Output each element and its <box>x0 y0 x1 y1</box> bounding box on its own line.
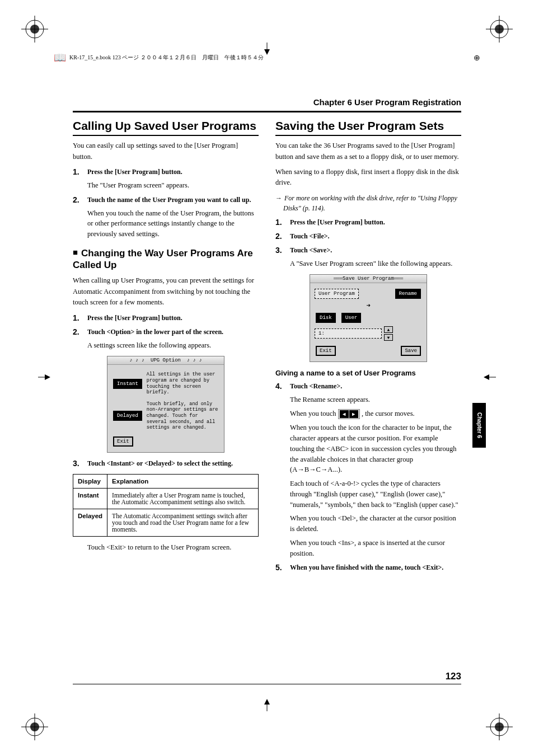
step-item: Press the [User Program] button. <box>73 313 259 323</box>
explain-table: Display Explanation Instant Immediately … <box>73 474 259 537</box>
steps-list: Press the [User Program] button. Touch <… <box>73 313 259 351</box>
table-row: Instant Immediately after a User Program… <box>73 488 259 509</box>
table-cell: Delayed <box>73 509 107 536</box>
up-icon[interactable]: ▲ <box>384 326 393 333</box>
steps-list: Touch <Instant> or <Delayed> to select t… <box>73 458 259 468</box>
crop-mark-icon <box>21 16 48 43</box>
steps-list: Touch <Rename>. The Rename screen appear… <box>275 381 461 572</box>
step-item: Press the [User Program] button. The "Us… <box>73 167 259 191</box>
section-title: Calling Up Saved User Programs <box>73 119 259 136</box>
subsection-intro: When calling up User Programs, you can p… <box>73 275 259 308</box>
chapter-tab: Chapter 6 <box>472 403 486 448</box>
intro-text: When saving to a floppy disk, first inse… <box>275 167 461 189</box>
instant-description: All settings in the user program are cha… <box>143 372 219 396</box>
delayed-button[interactable]: Delayed <box>113 411 142 421</box>
table-header: Display <box>73 474 107 488</box>
left-arrow-icon[interactable]: ◄ <box>340 410 349 418</box>
build-header-text: KR-17_15_e.book 123 ページ ２００４年１２月６日 月曜日 午… <box>69 54 264 62</box>
step-item: Touch <Instant> or <Delayed> to select t… <box>73 458 259 468</box>
table-cell: Instant <box>73 488 107 509</box>
up-down-stepper[interactable]: ▲ ▼ <box>384 326 393 341</box>
cross-ref-note: →For more on working with the disk drive… <box>283 193 461 213</box>
step-item: Touch <Rename>. The Rename screen appear… <box>275 381 461 558</box>
step-item: When you have finished with the name, to… <box>275 562 461 572</box>
delayed-description: Touch briefly, and only non-Arranger set… <box>143 401 219 431</box>
step-item: Press the [User Program] button. <box>275 217 461 227</box>
page-number: 123 <box>446 671 461 682</box>
table-cell: Immediately after a User Program name is… <box>107 488 259 509</box>
crop-mark-icon <box>486 16 513 43</box>
chapter-header: Chapter 6 User Program Registration <box>313 97 461 107</box>
steps-list: Press the [User Program] button. The "Us… <box>73 167 259 240</box>
rename-button[interactable]: Rename <box>395 289 421 299</box>
intro-text: You can take the 36 User Programs saved … <box>275 140 461 162</box>
cursor-nav-icon: ◄ ► <box>338 409 360 419</box>
instant-button[interactable]: Instant <box>113 379 142 389</box>
svg-marker-22 <box>484 374 489 380</box>
register-mark-icon <box>38 372 51 384</box>
exit-note: Touch <Exit> to return to the User Progr… <box>87 542 259 553</box>
table-cell: The Automatic Accompaniment settings swi… <box>107 509 259 536</box>
screenshot-title: ♪ ♪ ♪ UPG Option ♪ ♪ ♪ <box>107 356 224 365</box>
register-mark-icon <box>483 372 496 384</box>
save-button[interactable]: Save <box>401 346 421 356</box>
step-item: Touch <Option> in the lower part of the … <box>73 327 259 351</box>
arrow-down-icon: ➜ <box>315 302 422 310</box>
table-row: Delayed The Automatic Accompaniment sett… <box>73 509 259 536</box>
save-user-program-screenshot: ═══ Save User Program ═══ User Program R… <box>310 274 427 362</box>
exit-button[interactable]: Exit <box>316 346 336 356</box>
ornament-icon: ⊕ <box>474 53 480 63</box>
crop-mark-icon <box>486 713 513 740</box>
book-icon: 📖 <box>54 51 66 64</box>
screenshot-title: ═══ Save User Program ═══ <box>310 275 427 283</box>
table-header-row: Display Explanation <box>73 474 259 488</box>
user-button[interactable]: User <box>341 313 362 323</box>
footer-rule <box>73 684 461 684</box>
cursor-line: When you touch ◄ ► , the cursor moves. <box>290 408 461 419</box>
svg-marker-21 <box>45 374 50 380</box>
svg-marker-18 <box>264 699 270 705</box>
step-item: Touch <File>. <box>275 231 461 241</box>
steps-list: Press the [User Program] button. Touch <… <box>275 217 461 269</box>
subsection-title: ■Changing the Way User Programs Are Call… <box>73 247 259 271</box>
build-header: 📖 KR-17_15_e.book 123 ページ ２００４年１２月６日 月曜日… <box>54 51 480 64</box>
down-icon[interactable]: ▼ <box>384 334 393 341</box>
exit-button[interactable]: Exit <box>113 436 133 447</box>
name-field[interactable]: User Program <box>315 289 359 299</box>
right-column: Saving the User Program Sets You can tak… <box>275 119 461 576</box>
step-item: Touch the name of the User Program you w… <box>73 195 259 240</box>
register-mark-icon <box>262 698 272 713</box>
table-header: Explanation <box>107 474 259 488</box>
intro-text: You can easily call up settings saved to… <box>73 140 259 162</box>
left-column: Calling Up Saved User Programs You can e… <box>73 119 259 576</box>
right-arrow-icon[interactable]: ► <box>349 410 358 418</box>
upg-option-screenshot: ♪ ♪ ♪ UPG Option ♪ ♪ ♪ Instant All setti… <box>107 356 224 453</box>
subsubsection-title: Giving a name to a set of User Programs <box>275 369 461 377</box>
section-title: Saving the User Program Sets <box>275 119 461 136</box>
step-item: Touch <Save>. A "Save User Program scree… <box>275 245 461 269</box>
arrow-icon: → <box>275 194 282 202</box>
slot-field[interactable]: 1: <box>315 328 382 339</box>
disk-button[interactable]: Disk <box>316 313 336 323</box>
crop-mark-icon <box>21 713 48 740</box>
chapter-rule <box>73 111 461 112</box>
square-bullet-icon: ■ <box>73 247 78 257</box>
